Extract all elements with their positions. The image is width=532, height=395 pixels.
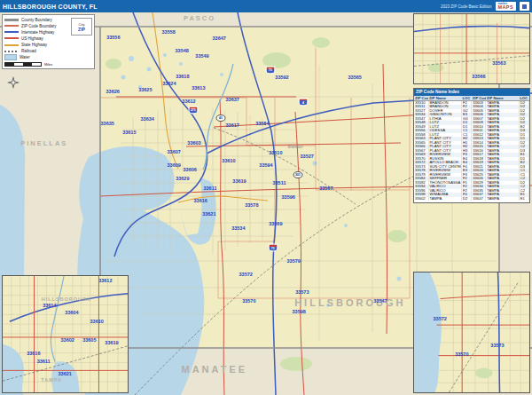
legend-swatch-icon [4, 51, 19, 52]
zip-table-cell: 33647 [472, 197, 486, 201]
map-canvas: PASCOPINELLASHILLSBOROUGHMANATEEHILLSBOR… [0, 12, 532, 395]
legend-row: State Highway [4, 43, 68, 48]
scale-bar: Miles [4, 62, 92, 67]
map-title: HILLSBOROUGH COUNTY, FL [3, 4, 98, 10]
legend-row: Water [4, 55, 68, 60]
legend-swatch-icon [4, 31, 19, 33]
page: HILLSBOROUGH COUNTY, FL 2023 ZIP Code Ba… [0, 0, 532, 395]
publisher-logo: market MAPS [496, 2, 517, 12]
zip-table-title: ZIP Code Name Index [414, 89, 529, 96]
compass-rose-icon [7, 76, 20, 89]
legend-label: Interstate Highway [21, 30, 54, 35]
zip-table-column-header: ZIP Code [414, 96, 428, 101]
zip-table-cell: 33602 [414, 197, 428, 201]
city-zip-sample: City ZIP [71, 18, 92, 36]
legend-row: Interstate Highway [4, 29, 68, 35]
legend-swatch-icon [4, 54, 17, 60]
zip-table-cell: E1 [519, 197, 528, 201]
titlebar: HILLSBOROUGH COUNTY, FL 2023 ZIP Code Ba… [0, 0, 532, 12]
legend-label: Water [20, 55, 30, 59]
corner-badge-icon [520, 2, 529, 11]
legend-row: ZIP Code Boundary [4, 23, 68, 28]
inset-tampa [2, 275, 129, 393]
zip-table-column-header: LOC [461, 96, 471, 101]
publisher-logo-main: MAPS [498, 5, 514, 11]
legend-items: County BoundaryZIP Code BoundaryIntersta… [4, 17, 68, 60]
zip-table-column-header: LOC [519, 96, 528, 101]
zip-table-cell: TAMPA [428, 197, 461, 201]
scale-bar-graphic [4, 62, 42, 67]
legend-row: US Highway [4, 36, 68, 41]
inset-south-shore [413, 272, 530, 393]
legend-label: County Boundary [21, 18, 52, 22]
legend-label: ZIP Code Boundary [21, 24, 56, 28]
zip-table-cell: TAMPA [486, 197, 519, 201]
inset-plant-city-map [414, 14, 529, 83]
legend-row: Railroad [4, 49, 68, 54]
sample-zip-label: ZIP [78, 27, 85, 32]
legend-row: County Boundary [4, 17, 68, 22]
edition-label: 2023 ZIP Code Basic Edition [441, 4, 491, 9]
zip-table-body: 33510BRANDONF233603TAMPAD233511BRANDONF2… [414, 100, 529, 201]
scale-label: Miles [44, 62, 52, 67]
legend-swatch-icon [4, 25, 19, 27]
zip-table-row: 33602TAMPAD233647TAMPAE1 [414, 197, 529, 201]
legend-swatch-icon [4, 44, 19, 46]
zip-index-table: ZIP Code Name Index ZIP CodeZIP NameLOCZ… [413, 88, 530, 203]
inset-south-shore-map [414, 273, 529, 392]
legend-label: US Highway [21, 36, 43, 41]
legend-swatch-icon [4, 37, 19, 39]
inset-tampa-map [3, 276, 128, 392]
legend: County BoundaryZIP Code BoundaryIntersta… [2, 14, 95, 69]
legend-swatch-icon [4, 19, 19, 21]
legend-label: Railroad [21, 49, 36, 53]
inset-plant-city [413, 13, 530, 84]
zip-table-cell: D2 [461, 197, 471, 201]
zip-table-column-header: ZIP Code [472, 96, 486, 101]
legend-label: State Highway [21, 43, 47, 47]
